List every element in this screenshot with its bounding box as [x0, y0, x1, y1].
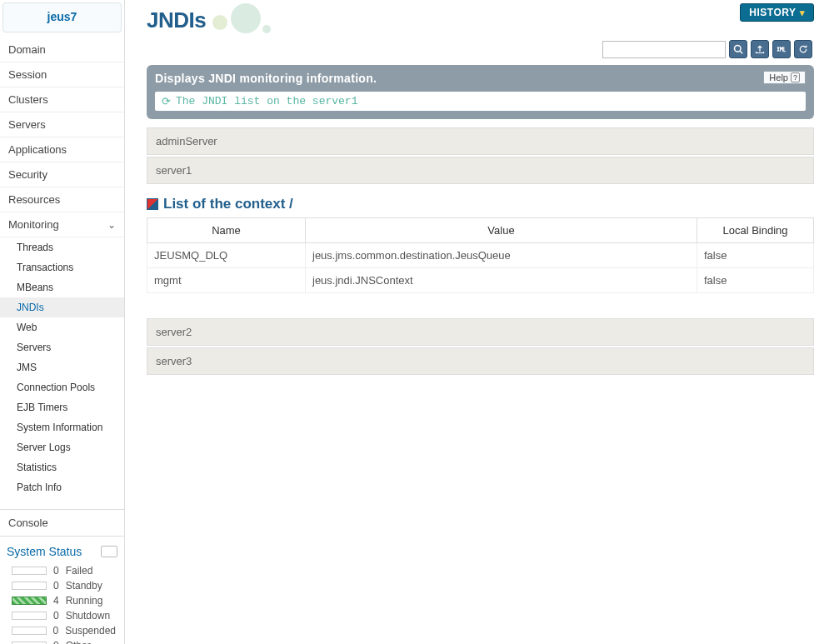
breadcrumb-text: The JNDI list on the server1: [176, 95, 357, 107]
subnav-item-servers[interactable]: Servers: [0, 337, 124, 357]
status-count: 0: [53, 640, 59, 644]
status-bar: [12, 627, 47, 635]
section-icon: [147, 198, 158, 210]
nav-item-applications[interactable]: Applications: [0, 137, 124, 162]
page-title: JNDIs: [147, 0, 814, 37]
main-content: HISTORY ▾ JNDIs Displays JNDI: [125, 0, 819, 644]
status-bar: [12, 597, 47, 605]
status-row-standby: 0Standby: [0, 578, 124, 593]
col-value: Value: [306, 218, 697, 243]
subnav-item-ejb-timers[interactable]: EJB Timers: [0, 397, 124, 417]
monitoring-subnav: ThreadsTransactionsMBeansJNDIsWebServers…: [0, 237, 124, 501]
status-bar: [12, 567, 47, 575]
product-logo: jeus7: [2, 2, 122, 32]
svg-point-0: [735, 46, 742, 52]
banner-text: Displays JNDI monitoring information.: [155, 72, 806, 85]
col-local-binding: Local Binding: [697, 218, 814, 243]
svg-line-1: [740, 51, 742, 53]
subnav-item-statistics[interactable]: Statistics: [0, 457, 124, 477]
context-heading-text: List of the context /: [163, 196, 293, 212]
status-label: Other: [66, 640, 91, 644]
status-row-running: 4Running: [0, 593, 124, 608]
status-row-suspended: 0Suspended: [0, 623, 124, 638]
breadcrumb-bar: ⟳ The JNDI list on the server1: [155, 92, 806, 111]
status-bar: [12, 582, 47, 590]
history-button[interactable]: HISTORY ▾: [740, 3, 814, 22]
status-count: 4: [53, 595, 59, 607]
system-status-title: System Status: [7, 545, 82, 558]
status-panel-icon: [101, 546, 117, 557]
jndi-table: NameValueLocal Binding JEUSMQ_DLQjeus.jm…: [147, 217, 814, 293]
toolbar: [147, 40, 812, 58]
cell: mgmt: [147, 268, 306, 293]
chevron-down-icon: ⌄: [107, 219, 116, 231]
status-row-failed: 0Failed: [0, 563, 124, 578]
cell: jeus.jms.common.destination.JeusQueue: [306, 243, 697, 268]
refresh-icon[interactable]: [794, 40, 812, 58]
status-label: Failed: [66, 565, 93, 577]
page-title-text: JNDIs: [147, 7, 206, 33]
help-label: Help: [769, 72, 788, 82]
nav-item-resources[interactable]: Resources: [0, 187, 124, 212]
nav-item-monitoring[interactable]: Monitoring ⌄: [0, 212, 124, 237]
cell: jeus.jndi.JNSContext: [306, 268, 697, 293]
help-button[interactable]: Help ?: [763, 71, 806, 84]
nav-monitoring-label: Monitoring: [8, 218, 59, 231]
table-row[interactable]: mgmtjeus.jndi.JNSContextfalse: [147, 268, 814, 293]
context-heading: List of the context /: [147, 196, 814, 212]
search-input[interactable]: [602, 41, 726, 58]
nav-item-session[interactable]: Session: [0, 62, 124, 87]
cell: JEUSMQ_DLQ: [147, 243, 306, 268]
status-label: Standby: [66, 580, 102, 592]
server-row-adminserver[interactable]: adminServer: [147, 127, 814, 155]
subnav-item-web[interactable]: Web: [0, 317, 124, 337]
server-row-server3[interactable]: server3: [147, 347, 814, 375]
subnav-item-jms[interactable]: JMS: [0, 357, 124, 377]
nav-item-console[interactable]: Console: [0, 509, 124, 537]
status-label: Shutdown: [66, 610, 110, 622]
nav-item-servers[interactable]: Servers: [0, 112, 124, 137]
status-row-other: 0Other: [0, 638, 124, 644]
subnav-item-threads[interactable]: Threads: [0, 237, 124, 257]
table-row[interactable]: JEUSMQ_DLQjeus.jms.common.destination.Je…: [147, 243, 814, 268]
export-icon[interactable]: [751, 40, 769, 58]
subnav-item-patch-info[interactable]: Patch Info: [0, 477, 124, 497]
cell: false: [697, 268, 814, 293]
nav-item-clusters[interactable]: Clusters: [0, 87, 124, 112]
status-bar: [12, 612, 47, 620]
status-label: Running: [66, 595, 103, 607]
subnav-item-mbeans[interactable]: MBeans: [0, 277, 124, 297]
server-row-server2[interactable]: server2: [147, 318, 814, 346]
cell: false: [697, 243, 814, 268]
subnav-item-connection-pools[interactable]: Connection Pools: [0, 377, 124, 397]
subnav-item-transactions[interactable]: Transactions: [0, 257, 124, 277]
status-label: Suspended: [65, 625, 116, 637]
history-label: HISTORY: [749, 7, 796, 18]
status-row-shutdown: 0Shutdown: [0, 608, 124, 623]
main-nav: DomainSessionClustersServersApplications…: [0, 37, 124, 212]
info-banner: Displays JNDI monitoring information. He…: [147, 65, 814, 119]
subnav-item-server-logs[interactable]: Server Logs: [0, 437, 124, 457]
nav-item-security[interactable]: Security: [0, 162, 124, 187]
status-list: 0Failed0Standby4Running0Shutdown0Suspend…: [0, 563, 124, 644]
search-icon[interactable]: [729, 40, 747, 58]
status-count: 0: [53, 565, 59, 577]
decorative-circles: [212, 3, 312, 37]
status-count: 0: [53, 610, 59, 622]
refresh-icon: ⟳: [162, 95, 171, 107]
xml-icon[interactable]: [772, 40, 791, 58]
col-name: Name: [147, 218, 306, 243]
system-status-header: System Status: [0, 537, 124, 563]
subnav-item-system-information[interactable]: System Information: [0, 417, 124, 437]
status-count: 0: [53, 625, 59, 637]
sidebar: jeus7 DomainSessionClustersServersApplic…: [0, 0, 125, 644]
server-row-server1[interactable]: server1: [147, 157, 814, 184]
status-count: 0: [53, 580, 59, 592]
help-icon: ?: [791, 72, 800, 82]
nav-item-domain[interactable]: Domain: [0, 37, 124, 62]
chevron-down-icon: ▾: [800, 7, 806, 18]
subnav-item-jndis[interactable]: JNDIs: [0, 297, 124, 317]
